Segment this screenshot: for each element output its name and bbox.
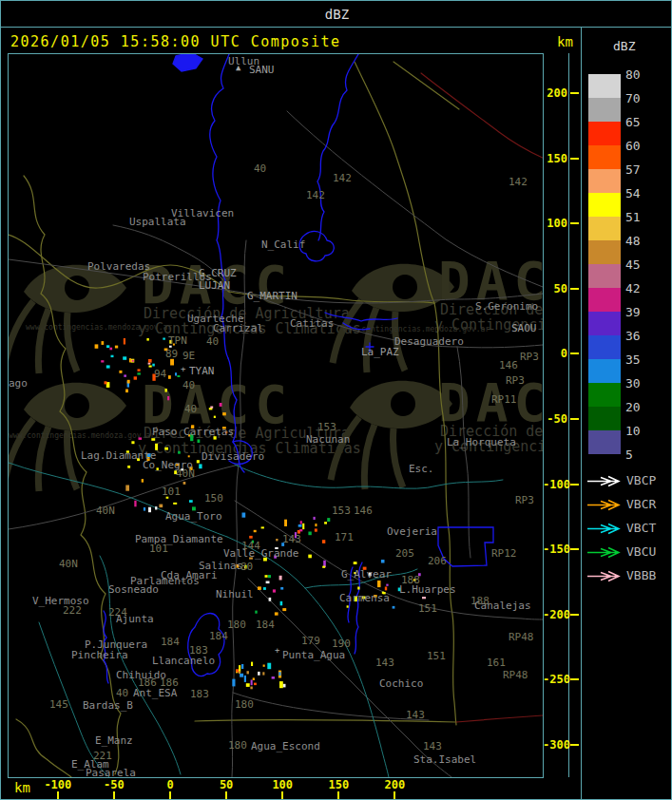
map-label: Pincheira bbox=[71, 650, 128, 660]
road-path bbox=[233, 693, 429, 720]
y-axis-tick bbox=[570, 352, 579, 354]
echo-pixel bbox=[222, 412, 226, 415]
map-label: 150 bbox=[204, 493, 223, 504]
map-label: Ant_ESA bbox=[133, 688, 177, 698]
map-label: 142 bbox=[333, 173, 352, 183]
echo-pixel bbox=[258, 672, 260, 676]
echo-pixel bbox=[95, 344, 99, 348]
echo-pixel bbox=[149, 366, 152, 368]
echo-pixel bbox=[244, 676, 246, 682]
dacc-watermark-url: www.contingencias.mendoza.gov.ar bbox=[9, 431, 155, 440]
echo-pixel bbox=[125, 390, 128, 393]
map-label: S.Geronimo bbox=[475, 301, 538, 312]
map-label: G_MARTIN bbox=[247, 291, 298, 301]
map-label: TYAN bbox=[189, 366, 215, 376]
map-label: Desaguadero bbox=[394, 336, 464, 347]
echo-pixel bbox=[168, 375, 171, 379]
map-label: Uspallata bbox=[129, 217, 186, 227]
map-label: L.Huarpes bbox=[399, 584, 456, 595]
status-row: 2026/01/05 15:58:00 UTC Composite km bbox=[1, 29, 581, 53]
echo-pixel bbox=[134, 501, 136, 507]
echo-pixel bbox=[148, 507, 151, 513]
scale-color-block bbox=[588, 430, 621, 454]
echo-pixel bbox=[132, 360, 134, 362]
echo-pixel bbox=[106, 365, 110, 368]
echo-pixel bbox=[357, 587, 359, 590]
page-title: dBZ bbox=[325, 7, 349, 22]
vector-arrow-icon bbox=[586, 570, 623, 582]
echo-pixel bbox=[239, 671, 240, 674]
echo-pixel bbox=[247, 671, 249, 674]
map-label: Nihuil bbox=[216, 589, 254, 600]
echo-pixel bbox=[123, 356, 126, 360]
scale-value-label: 42 bbox=[625, 282, 641, 295]
map-label: RP48 bbox=[503, 670, 528, 680]
echo-pixel bbox=[159, 505, 163, 508]
x-axis-tick-label: -50 bbox=[104, 779, 125, 790]
map-label: 143 bbox=[406, 710, 425, 720]
echo-pixel bbox=[210, 407, 213, 409]
map-label: Polvaredas bbox=[87, 261, 150, 272]
map-label: Esc. bbox=[409, 464, 434, 474]
scale-value-label: 80 bbox=[625, 68, 641, 81]
map-label: 40 bbox=[184, 404, 197, 414]
map-label: 151 bbox=[418, 603, 437, 614]
echo-pixel bbox=[315, 524, 317, 526]
map-label: 183 bbox=[190, 689, 209, 699]
echo-pixel bbox=[278, 672, 280, 676]
echo-pixel bbox=[163, 338, 165, 340]
x-axis-tick-label: 200 bbox=[385, 779, 406, 790]
scale-color-block bbox=[588, 288, 621, 312]
echo-pixel bbox=[284, 520, 287, 526]
scale-value-label: 10 bbox=[625, 425, 641, 437]
echo-pixel bbox=[177, 375, 180, 377]
echo-pixel bbox=[241, 664, 243, 669]
map-label: 180 bbox=[228, 740, 247, 751]
echo-pixel bbox=[189, 500, 193, 503]
vector-legend-row: VBCU bbox=[586, 544, 672, 558]
echo-pixel bbox=[148, 359, 152, 363]
map-label: 142 bbox=[306, 190, 325, 200]
echo-pixel bbox=[261, 526, 264, 528]
map-label: 143 bbox=[375, 657, 394, 668]
scale-color-block bbox=[588, 217, 621, 240]
map-label: Ovejeria bbox=[387, 526, 437, 537]
map-label: 151 bbox=[427, 651, 446, 661]
vector-arrow-icon bbox=[586, 475, 623, 487]
map-label: Agua_Escond bbox=[251, 741, 320, 752]
scale-color-block bbox=[588, 74, 621, 98]
map-label: 184 bbox=[209, 631, 228, 641]
map-label: 180 bbox=[235, 699, 254, 710]
map-label: 153 bbox=[332, 505, 351, 516]
station-marker: ▲ bbox=[236, 64, 240, 72]
scale-color-block bbox=[588, 145, 621, 169]
echo-pixel bbox=[279, 576, 282, 581]
scale-value-label: 30 bbox=[625, 377, 641, 390]
map-label: 40N bbox=[176, 468, 195, 479]
map-label: RP3 bbox=[506, 375, 525, 386]
echo-pixel bbox=[125, 486, 129, 491]
map-label: 94 bbox=[154, 369, 166, 379]
map-label: Pampa_Diamante bbox=[135, 534, 223, 544]
map-canvas: DACCDirección de Agriculturay Contingenc… bbox=[9, 54, 543, 777]
vector-arrow-icon bbox=[586, 546, 623, 559]
map-label: RP12 bbox=[491, 548, 517, 559]
echo-pixel bbox=[308, 555, 312, 559]
vector-arrow-icon bbox=[586, 523, 623, 535]
title-bar: dBZ bbox=[1, 1, 672, 28]
echo-pixel bbox=[131, 441, 134, 444]
y-axis-line bbox=[568, 53, 569, 777]
scale-value-label: 48 bbox=[625, 235, 641, 247]
vector-legend-row: VBCT bbox=[586, 521, 672, 534]
map-label: N_Calif bbox=[261, 239, 305, 250]
vector-label: VBCP bbox=[626, 474, 656, 486]
echo-pixel bbox=[262, 672, 264, 675]
scale-color-block bbox=[588, 264, 621, 288]
echo-pixel bbox=[173, 503, 177, 505]
y-axis-tick bbox=[570, 418, 579, 420]
echo-pixel bbox=[298, 524, 302, 527]
echo-pixel bbox=[385, 587, 387, 591]
timestamp: 2026/01/05 15:58:00 UTC Composite bbox=[10, 33, 341, 50]
echo-pixel bbox=[255, 611, 257, 614]
y-axis-tick bbox=[570, 484, 579, 486]
